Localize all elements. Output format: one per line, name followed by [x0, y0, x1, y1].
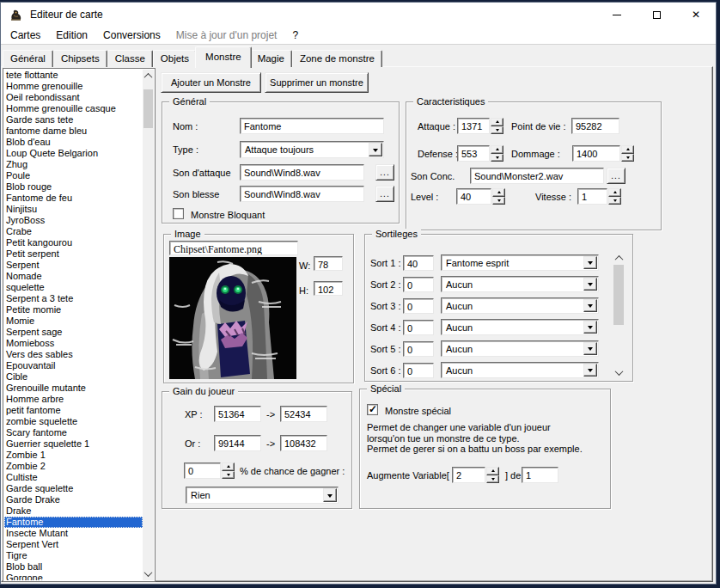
tab[interactable]: Chipsets: [53, 50, 107, 67]
monster-list-item[interactable]: Garde sans tete: [4, 114, 143, 126]
spin-up-button[interactable]: [621, 145, 634, 154]
spin-down-button[interactable]: [621, 154, 634, 162]
xp-to-input[interactable]: 52434: [280, 406, 327, 422]
son-blesse-input[interactable]: Sound\Wind8.wav: [240, 186, 364, 202]
monster-list-item[interactable]: Petit kangourou: [4, 237, 143, 248]
title-bar[interactable]: Editeur de carte ✕: [1, 3, 716, 27]
monster-list-item[interactable]: Serpent Vert: [4, 539, 143, 550]
monster-list-item[interactable]: Garde squelette: [4, 483, 143, 494]
monster-list-item[interactable]: Blob rouge: [4, 181, 143, 193]
scrollbar-thumb[interactable]: [143, 89, 153, 128]
menu-help[interactable]: ?: [284, 28, 306, 43]
monster-list-item[interactable]: Insecte Mutant: [4, 528, 143, 539]
or-to-input[interactable]: 108432: [280, 435, 327, 451]
sort-spell-select[interactable]: Aucun: [441, 362, 599, 378]
xp-from-input[interactable]: 51364: [214, 406, 261, 422]
dropdown-arrow-icon[interactable]: [583, 321, 597, 334]
tab[interactable]: Zone de monstre: [292, 50, 382, 67]
dropdown-arrow-icon[interactable]: [323, 488, 337, 502]
spin-up-button[interactable]: [222, 462, 235, 471]
monster-list-item[interactable]: Fantome de feu: [4, 193, 143, 204]
maximize-button[interactable]: [637, 3, 676, 27]
vitesse-input[interactable]: 1: [577, 188, 607, 205]
browse-son-conc-button[interactable]: ...: [607, 168, 625, 184]
spin-up-button[interactable]: [608, 188, 621, 197]
delete-monster-button[interactable]: Supprimer un monstre: [265, 72, 369, 93]
dropdown-arrow-icon[interactable]: [583, 342, 597, 355]
sort-spell-select[interactable]: Fantome esprit: [441, 254, 599, 271]
monster-list-item[interactable]: Oeil rebondissant: [4, 92, 143, 103]
tab[interactable]: Monstre: [195, 46, 252, 68]
monster-list-item[interactable]: Crabe: [4, 226, 143, 237]
monster-list-item[interactable]: petit fantome: [4, 405, 143, 416]
image-path-input[interactable]: Chipset\Fantome.png: [169, 241, 298, 255]
sortileges-scrollbar[interactable]: [613, 252, 625, 379]
item-select[interactable]: Rien: [186, 487, 339, 504]
tab[interactable]: Magie: [250, 50, 292, 67]
minimize-button[interactable]: [597, 3, 637, 27]
monster-list-item[interactable]: Homme grenouille: [4, 81, 143, 92]
monstre-special-checkbox[interactable]: [367, 404, 378, 415]
monster-list-item[interactable]: Guerrier squelette 1: [4, 438, 143, 450]
monster-list-item[interactable]: Gorgone: [4, 573, 143, 580]
dommage-spinner[interactable]: [621, 145, 634, 162]
sort-value-input[interactable]: 0: [403, 341, 434, 357]
monster-list-item[interactable]: Zhug: [4, 159, 143, 170]
sort-spell-select[interactable]: Aucun: [441, 340, 599, 357]
monster-list-item[interactable]: Homme arbre: [4, 394, 143, 405]
monster-list-item[interactable]: fantome dame bleu: [4, 126, 143, 137]
scroll-up-icon[interactable]: [613, 252, 625, 265]
monster-list-item[interactable]: Momieboss: [4, 338, 143, 349]
monster-list-item[interactable]: Vers des sables: [4, 349, 143, 360]
dommage-input[interactable]: 1400: [572, 145, 620, 162]
menu-cartes[interactable]: Cartes: [3, 28, 48, 43]
spin-down-button[interactable]: [608, 197, 621, 205]
sort-value-input[interactable]: 40: [403, 255, 434, 271]
monster-list-item[interactable]: Drake: [4, 505, 143, 517]
monster-list-item[interactable]: Cultiste: [4, 472, 143, 483]
monster-list-item[interactable]: Blob ball: [4, 561, 143, 573]
chance-spinner[interactable]: [222, 462, 235, 479]
dropdown-arrow-icon[interactable]: [369, 143, 382, 156]
sort-value-input[interactable]: 0: [403, 277, 434, 292]
chance-input[interactable]: 0: [184, 462, 221, 479]
width-input[interactable]: 78: [314, 256, 343, 271]
tab[interactable]: Classe: [107, 50, 153, 67]
amount-input[interactable]: 1: [522, 467, 558, 483]
sort-spell-select[interactable]: Aucun: [441, 297, 599, 314]
tab[interactable]: Objets: [153, 50, 197, 67]
monster-list-item[interactable]: Nomade: [4, 271, 143, 282]
scrollbar-thumb[interactable]: [613, 265, 624, 325]
scroll-down-icon[interactable]: [143, 567, 154, 580]
dropdown-arrow-icon[interactable]: [583, 299, 597, 312]
monster-list-item[interactable]: Serpent a 3 tete: [4, 293, 143, 304]
spin-up-button[interactable]: [491, 145, 503, 154]
spin-up-button[interactable]: [491, 118, 503, 126]
monster-list-item[interactable]: Momie: [4, 315, 143, 327]
sort-spell-select[interactable]: Aucun: [441, 319, 599, 335]
browse-son-attaque-button[interactable]: ...: [375, 164, 394, 181]
or-from-input[interactable]: 99144: [214, 435, 261, 451]
menu-conversions[interactable]: Conversions: [95, 28, 168, 43]
sort-spell-select[interactable]: Aucun: [441, 276, 599, 292]
monster-list-item[interactable]: zombie squelette: [4, 416, 143, 427]
monster-list-item[interactable]: Petit serpent: [4, 248, 143, 260]
monster-list-item[interactable]: Ninjitsu: [4, 204, 143, 215]
monster-list-item[interactable]: Epouvantail: [4, 360, 143, 371]
defense-input[interactable]: 553: [457, 145, 490, 162]
spin-up-button[interactable]: [492, 188, 505, 197]
attaque-input[interactable]: 1371: [457, 118, 490, 134]
nom-input[interactable]: Fantome: [240, 118, 384, 134]
spin-down-button[interactable]: [491, 154, 503, 162]
sort-value-input[interactable]: 0: [403, 298, 434, 314]
browse-son-blesse-button[interactable]: ...: [375, 186, 394, 202]
monster-list-item[interactable]: Tigre: [4, 550, 143, 561]
monster-list-item[interactable]: squelette: [4, 282, 143, 293]
variable-input[interactable]: 2: [452, 467, 485, 483]
monster-list-item[interactable]: Cible: [4, 371, 143, 383]
level-spinner[interactable]: [492, 188, 505, 205]
spin-down-button[interactable]: [492, 197, 505, 205]
monster-list-item[interactable]: Homme grenouille casque: [4, 103, 143, 114]
son-attaque-input[interactable]: Sound\Wind8.wav: [240, 164, 364, 181]
scroll-down-icon[interactable]: [613, 366, 625, 379]
